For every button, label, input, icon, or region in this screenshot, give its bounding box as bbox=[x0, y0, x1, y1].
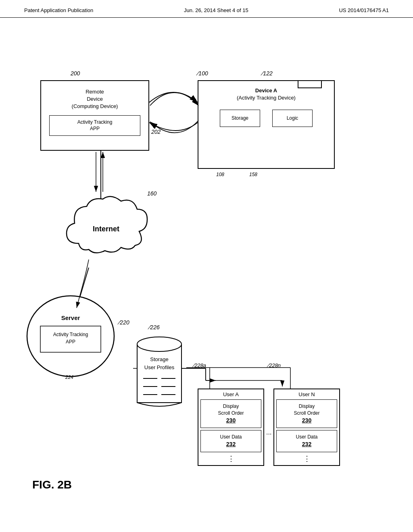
ref-200: 200 bbox=[71, 70, 80, 77]
scroll-order-num-a: 230 bbox=[203, 417, 259, 425]
svg-text:User Profiles: User Profiles bbox=[144, 364, 175, 370]
user-data-a: User Data 232 bbox=[200, 430, 261, 452]
user-a-label: User A bbox=[200, 391, 261, 397]
header-left: Patent Application Publication bbox=[24, 7, 93, 13]
header-right: US 2014/0176475 A1 bbox=[339, 7, 389, 13]
display-scroll-label-n: DisplayScroll Order bbox=[279, 403, 335, 417]
ref-158: 158 bbox=[249, 172, 257, 177]
svg-text:Server: Server bbox=[61, 314, 80, 321]
activity-tracking-app-remote: Activity Tracking APP bbox=[49, 115, 140, 136]
horizontal-dots: ... bbox=[266, 429, 271, 436]
vertical-dots-a: ⋮ bbox=[200, 454, 261, 463]
ref-228a: ∕228a bbox=[194, 362, 206, 368]
svg-text:Storage: Storage bbox=[150, 356, 169, 362]
user-data-n: User Data 232 bbox=[276, 430, 337, 452]
ref-220: ∕220 bbox=[119, 319, 129, 326]
internet-cloud: Internet bbox=[58, 191, 151, 261]
device-a-label: Device A (Activity Tracking Device) bbox=[198, 87, 334, 102]
page-header: Patent Application Publication Jun. 26, … bbox=[0, 0, 413, 18]
diagram-area: 200 Remote Device (Computing Device) Act… bbox=[0, 18, 413, 513]
server-circle-container: Server Activity Tracking APP bbox=[24, 292, 117, 382]
user-data-num-a: 232 bbox=[203, 441, 259, 449]
logic-inner-box: Logic bbox=[272, 110, 313, 127]
svg-text:Activity Tracking: Activity Tracking bbox=[53, 332, 88, 337]
ref-100: ∕100 bbox=[198, 70, 208, 77]
user-data-num-n: 232 bbox=[279, 441, 335, 449]
ref-224: 224 bbox=[65, 374, 73, 380]
ref-202: 202 bbox=[151, 129, 161, 135]
ref-122: ∕122 bbox=[262, 70, 273, 77]
storage-cylinder: Storage User Profiles bbox=[133, 332, 186, 410]
header-center: Jun. 26, 2014 Sheet 4 of 15 bbox=[184, 7, 248, 13]
user-n-container: User N DisplayScroll Order 230 User Data… bbox=[273, 389, 340, 466]
scroll-order-num-n: 230 bbox=[279, 417, 335, 425]
display-scroll-order-n: DisplayScroll Order 230 bbox=[276, 399, 337, 428]
display-scroll-order-a: DisplayScroll Order 230 bbox=[200, 399, 261, 428]
ref-228n: ∕228n bbox=[268, 362, 281, 368]
display-scroll-label-a: DisplayScroll Order bbox=[203, 403, 259, 417]
user-a-container: User A DisplayScroll Order 230 User Data… bbox=[198, 389, 264, 466]
remote-device-label: Remote Device (Computing Device) bbox=[41, 88, 148, 110]
user-data-label-n: User Data bbox=[279, 434, 335, 441]
storage-inner-box: Storage bbox=[220, 110, 260, 127]
ref-108: 108 bbox=[216, 172, 224, 177]
vertical-dots-n: ⋮ bbox=[276, 454, 337, 463]
svg-text:APP: APP bbox=[66, 339, 75, 345]
fig-label: FIG. 2B bbox=[32, 478, 72, 491]
svg-point-22 bbox=[137, 337, 181, 351]
device-a-box: Device A (Activity Tracking Device) Stor… bbox=[198, 80, 335, 169]
svg-rect-21 bbox=[137, 344, 181, 403]
user-data-label-a: User Data bbox=[203, 434, 259, 441]
svg-text:Internet: Internet bbox=[93, 225, 119, 233]
remote-device-box: Remote Device (Computing Device) Activit… bbox=[40, 80, 149, 151]
user-n-label: User N bbox=[276, 391, 337, 397]
ref-226: ∕226 bbox=[149, 324, 160, 330]
